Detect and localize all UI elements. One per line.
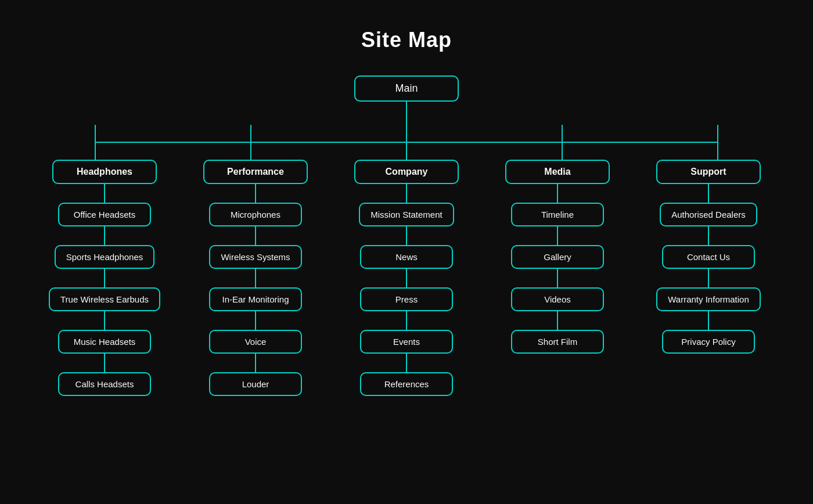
node-microphones[interactable]: Microphones [209, 203, 302, 226]
support-inner: Support Authorised Dealers Contact Us Wa… [656, 160, 761, 354]
v-line [255, 311, 256, 330]
root-row: Main [354, 75, 459, 102]
page-wrapper: Site Map Main [0, 0, 813, 419]
node-gallery[interactable]: Gallery [511, 245, 604, 269]
v-line [708, 269, 709, 287]
v-line [255, 354, 256, 372]
v-line [708, 311, 709, 330]
v-line [406, 269, 407, 287]
column-company: Company Mission Statement News Press Eve… [331, 160, 482, 396]
node-sports-headphones[interactable]: Sports Headphones [55, 245, 155, 269]
v-line [406, 226, 407, 245]
column-media: Media Timeline Gallery Videos Short Film [482, 160, 633, 354]
media-inner: Media Timeline Gallery Videos Short Film [505, 160, 610, 354]
v-line [557, 269, 558, 287]
v-line [406, 354, 407, 372]
headphones-inner: Headphones Office Headsets Sports Headph… [49, 160, 160, 396]
col-header-media[interactable]: Media [505, 160, 610, 184]
page-title: Site Map [0, 0, 813, 75]
v-line [104, 269, 105, 287]
node-office-headsets[interactable]: Office Headsets [58, 203, 151, 226]
v-line [104, 354, 105, 372]
node-music-headsets[interactable]: Music Headsets [58, 330, 151, 354]
v-line [708, 226, 709, 245]
v-line [406, 311, 407, 330]
v-line [255, 184, 256, 203]
node-voice[interactable]: Voice [209, 330, 302, 354]
v-line [255, 269, 256, 287]
v-line [255, 226, 256, 245]
performance-inner: Performance Microphones Wireless Systems… [203, 160, 308, 396]
v-line [557, 311, 558, 330]
v-line [104, 226, 105, 245]
col-header-headphones[interactable]: Headphones [52, 160, 157, 184]
node-in-ear-monitoring[interactable]: In-Ear Monitoring [209, 287, 302, 311]
branch-svg [17, 125, 796, 160]
node-videos[interactable]: Videos [511, 287, 604, 311]
node-timeline[interactable]: Timeline [511, 203, 604, 226]
col-header-performance[interactable]: Performance [203, 160, 308, 184]
node-louder[interactable]: Louder [209, 372, 302, 396]
node-press[interactable]: Press [360, 287, 453, 311]
sitemap-container: Main [0, 75, 813, 419]
node-mission-statement[interactable]: Mission Statement [359, 203, 454, 226]
node-warranty-information[interactable]: Warranty Information [656, 287, 761, 311]
columns-wrapper: Headphones Office Headsets Sports Headph… [17, 160, 796, 396]
col-header-company[interactable]: Company [354, 160, 459, 184]
node-calls-headsets[interactable]: Calls Headsets [58, 372, 151, 396]
v-line [557, 226, 558, 245]
node-authorised-dealers[interactable]: Authorised Dealers [660, 203, 757, 226]
v-line [104, 184, 105, 203]
root-vertical-line [406, 102, 407, 125]
branch-lines-container [17, 125, 796, 160]
root-node[interactable]: Main [354, 75, 459, 102]
col-header-support[interactable]: Support [656, 160, 761, 184]
v-line [104, 311, 105, 330]
node-wireless-systems[interactable]: Wireless Systems [209, 245, 302, 269]
node-contact-us[interactable]: Contact Us [662, 245, 755, 269]
company-inner: Company Mission Statement News Press Eve… [354, 160, 459, 396]
node-events[interactable]: Events [360, 330, 453, 354]
column-support: Support Authorised Dealers Contact Us Wa… [633, 160, 784, 354]
v-line [557, 184, 558, 203]
node-short-film[interactable]: Short Film [511, 330, 604, 354]
column-performance: Performance Microphones Wireless Systems… [180, 160, 331, 396]
node-true-wireless-earbuds[interactable]: True Wireless Earbuds [49, 287, 160, 311]
node-privacy-policy[interactable]: Privacy Policy [662, 330, 755, 354]
column-headphones: Headphones Office Headsets Sports Headph… [29, 160, 180, 396]
v-line [406, 184, 407, 203]
v-line [708, 184, 709, 203]
node-news[interactable]: News [360, 245, 453, 269]
node-references[interactable]: References [360, 372, 453, 396]
